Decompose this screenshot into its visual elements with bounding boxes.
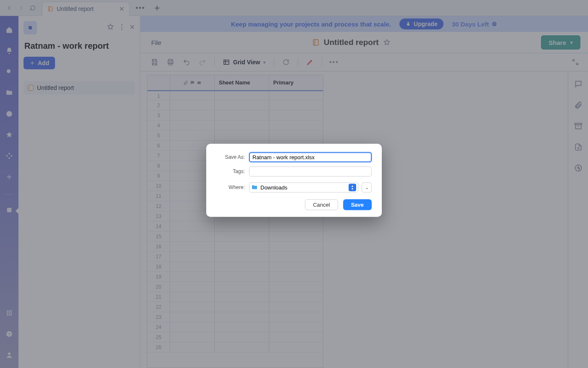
save-dialog: Save As: Tags: Where: Downloads ▴▾ ⌄ Can…	[206, 144, 382, 217]
tags-label: Tags:	[214, 168, 245, 174]
where-value: Downloads	[260, 184, 287, 191]
save-as-label: Save As:	[214, 154, 245, 160]
save-button[interactable]: Save	[343, 199, 372, 210]
save-as-input[interactable]	[249, 152, 372, 162]
folder-icon	[251, 184, 258, 191]
expand-save-dialog-button[interactable]: ⌄	[362, 182, 372, 192]
cancel-button[interactable]: Cancel	[305, 199, 338, 210]
tags-input[interactable]	[249, 166, 372, 176]
where-stepper-icon[interactable]: ▴▾	[349, 184, 356, 191]
where-select[interactable]: Downloads ▴▾	[249, 182, 358, 192]
where-label: Where:	[214, 184, 245, 190]
